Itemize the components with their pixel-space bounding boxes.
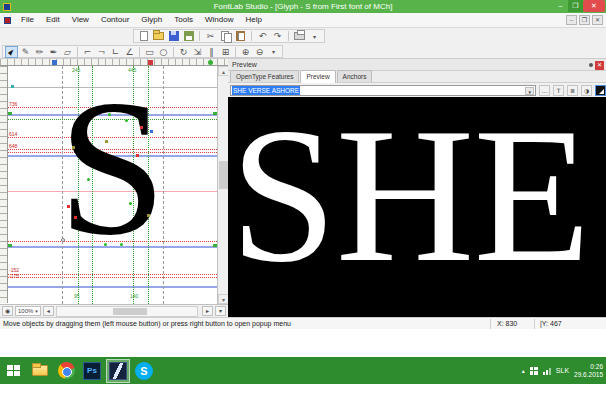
editor-options-icon[interactable]: ▾	[215, 306, 226, 316]
copy-icon[interactable]	[219, 30, 232, 42]
curve-node[interactable]	[125, 119, 128, 122]
knife-icon[interactable]: ⌐	[81, 46, 94, 58]
start-node[interactable]	[61, 238, 65, 242]
rectangle-tool-icon[interactable]: ▭	[143, 46, 156, 58]
minimize-button[interactable]: –	[553, 0, 568, 12]
menu-tools[interactable]: Tools	[168, 13, 199, 27]
ruler-marker-green[interactable]	[208, 60, 213, 65]
panel-close-button[interactable]: ✕	[595, 61, 604, 70]
vertical-scrollbar[interactable]: ▴ ▾	[217, 66, 228, 304]
taskbar-fontlab-studio[interactable]	[106, 359, 130, 383]
redo-icon[interactable]: ↷	[271, 30, 284, 42]
tab-preview[interactable]: Preview	[300, 70, 335, 83]
menu-file[interactable]: File	[15, 13, 40, 27]
language-indicator[interactable]: SLK	[556, 367, 569, 374]
toolbar-more-icon[interactable]: ▾	[308, 30, 321, 42]
save-icon[interactable]	[167, 30, 180, 42]
glyph-outline[interactable]: S	[58, 70, 166, 265]
menu-help[interactable]: Help	[239, 13, 267, 27]
tangent-tool-icon[interactable]: ∟	[109, 46, 122, 58]
vertical-ruler[interactable]	[0, 66, 8, 303]
scrollbar-thumb[interactable]	[219, 161, 228, 189]
preview-render-area[interactable]: SHE VERSE ASHORE	[228, 97, 606, 317]
zoom-out-icon[interactable]: ⊖	[253, 46, 266, 58]
sample-text-combobox[interactable]: SHE VERSE ASHORE ▾	[230, 85, 536, 96]
clock[interactable]: 0:26 29.6.2015	[574, 363, 603, 379]
curve-node[interactable]	[120, 243, 123, 246]
scrollbar-thumb[interactable]	[113, 308, 147, 315]
glyph-editor[interactable]: 736 614 648 -152 -175 245 445 95 140 S	[0, 59, 228, 317]
menu-window[interactable]: Window	[199, 13, 239, 27]
mdi-minimize-button[interactable]: –	[566, 15, 577, 25]
tools-more-icon[interactable]: ▾	[267, 46, 280, 58]
scale-tool-icon[interactable]: ⇲	[191, 46, 204, 58]
sample-list-icon[interactable]: ≣	[567, 85, 578, 96]
zoom-level-select[interactable]: 100% ▾	[15, 306, 41, 316]
rotate-tool-icon[interactable]: ↻	[177, 46, 190, 58]
options-dots-icon[interactable]: …	[539, 85, 550, 96]
menu-edit[interactable]: Edit	[40, 13, 66, 27]
taskbar-photoshop[interactable]: Ps	[80, 359, 104, 383]
new-document-icon[interactable]	[137, 30, 150, 42]
title-bar[interactable]: FontLab Studio - [Glyph - S from First f…	[0, 0, 606, 13]
save-all-icon[interactable]	[182, 30, 195, 42]
pencil-icon[interactable]: ✏	[33, 46, 46, 58]
zoom-mode-icon[interactable]: ◉	[2, 306, 13, 316]
print-icon[interactable]	[293, 30, 306, 42]
free-transform-icon[interactable]: ⊞	[219, 46, 232, 58]
metric-edge-marker[interactable]	[8, 112, 12, 115]
ellipse-tool-icon[interactable]: ○	[157, 46, 170, 58]
tab-anchors[interactable]: Anchors	[337, 70, 373, 82]
curve-node[interactable]	[87, 178, 90, 181]
slant-tool-icon[interactable]: ∥	[205, 46, 218, 58]
undo-icon[interactable]: ↶	[256, 30, 269, 42]
hint-node[interactable]	[147, 214, 150, 217]
scroll-left-icon[interactable]: ◂	[43, 306, 54, 316]
action-center-icon[interactable]	[530, 367, 538, 375]
curve-node[interactable]	[129, 202, 132, 205]
features-filter-icon[interactable]: T	[553, 85, 564, 96]
network-signal-icon[interactable]	[543, 367, 551, 375]
metric-edge-marker[interactable]	[8, 244, 12, 247]
hint-line[interactable]	[8, 277, 217, 278]
menu-view[interactable]: View	[66, 13, 95, 27]
corner-node[interactable]	[136, 154, 139, 157]
glyph-canvas[interactable]: 736 614 648 -152 -175 245 445 95 140 S	[8, 66, 217, 304]
tray-expand-icon[interactable]: ▴	[522, 367, 525, 374]
eraser-icon[interactable]: ▱	[61, 46, 74, 58]
corner-node[interactable]	[74, 216, 77, 219]
pin-icon[interactable]	[589, 63, 593, 67]
scroll-right-icon[interactable]: ▸	[202, 306, 213, 316]
menu-glyph[interactable]: Glyph	[135, 13, 168, 27]
cut-icon[interactable]: ✂	[204, 30, 217, 42]
ruler-marker-red[interactable]	[148, 60, 153, 65]
hint-node[interactable]	[72, 146, 75, 149]
hint-node[interactable]	[105, 140, 108, 143]
combo-dropdown-icon[interactable]: ▾	[525, 87, 534, 95]
restore-button[interactable]: ❐	[568, 0, 583, 12]
angle-tool-icon[interactable]: ∠	[123, 46, 136, 58]
horizontal-ruler[interactable]	[0, 59, 228, 66]
horizontal-scrollbar[interactable]	[56, 306, 198, 317]
invert-colors-button[interactable]	[595, 85, 606, 96]
curve-node[interactable]	[104, 243, 107, 246]
open-icon[interactable]	[152, 30, 165, 42]
ruler-marker-blue[interactable]	[52, 60, 57, 65]
corner-tool-icon[interactable]: ¬	[95, 46, 108, 58]
ink-pen-icon[interactable]: ✒	[47, 46, 60, 58]
menu-contour[interactable]: Contour	[95, 13, 135, 27]
descender-line[interactable]	[8, 286, 217, 288]
tab-opentype-features[interactable]: OpenType Features	[230, 70, 299, 82]
close-button[interactable]: ✕	[583, 0, 605, 12]
mdi-close-button[interactable]: ✕	[592, 15, 603, 25]
zoom-in-icon[interactable]: ⊕	[239, 46, 252, 58]
selected-node[interactable]	[150, 130, 153, 133]
contrast-icon[interactable]: ◑	[581, 85, 592, 96]
taskbar-file-explorer[interactable]	[28, 359, 52, 383]
taskbar-skype[interactable]: S	[132, 359, 156, 383]
paste-icon[interactable]	[234, 30, 247, 42]
taskbar-chrome[interactable]	[54, 359, 78, 383]
sample-text-value[interactable]: SHE VERSE ASHORE	[232, 86, 300, 95]
curve-node[interactable]	[108, 113, 111, 116]
anchor-node[interactable]	[11, 85, 14, 88]
